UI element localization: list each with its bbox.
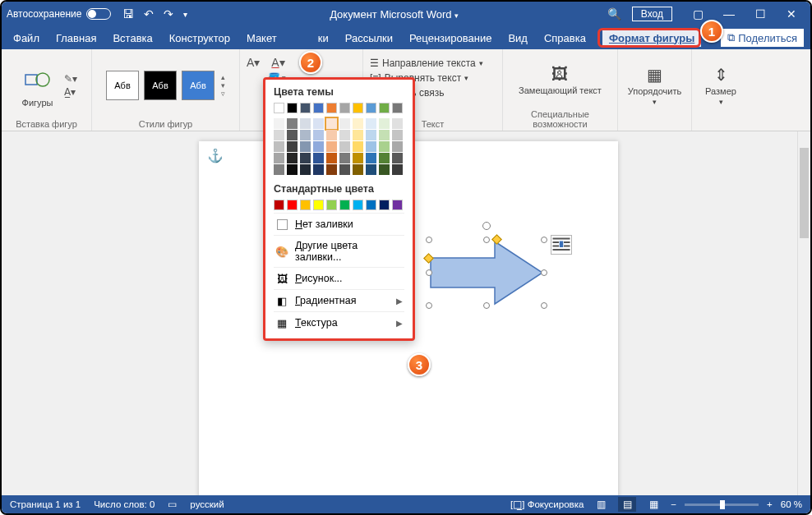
text-fill-icon[interactable]: A▾ [271,56,284,69]
zoom-in-button[interactable]: + [767,499,773,509]
color-swatch[interactable] [287,130,298,140]
color-swatch[interactable] [326,153,337,163]
color-swatch[interactable] [274,118,284,129]
color-swatch[interactable] [313,153,324,163]
color-swatch[interactable] [379,118,390,129]
picture-fill-item[interactable]: 🖼 Рисунок... [274,267,404,289]
save-icon[interactable]: 🖫 [122,7,134,21]
color-swatch[interactable] [392,164,403,175]
color-swatch[interactable] [366,141,376,152]
login-button[interactable]: Вход [632,7,672,21]
print-layout-icon[interactable]: ▤ [618,497,636,512]
proofing-icon[interactable]: ▭ [168,499,177,510]
color-swatch[interactable] [274,103,284,113]
page-status[interactable]: Страница 1 из 1 [10,499,81,509]
zoom-level[interactable]: 60 % [781,499,802,509]
color-swatch[interactable] [353,200,363,210]
color-swatch[interactable] [326,103,337,113]
color-swatch[interactable] [287,153,298,163]
color-swatch[interactable] [326,130,337,140]
color-swatch[interactable] [392,130,403,140]
color-swatch[interactable] [379,164,390,175]
resize-handle[interactable] [426,302,432,309]
share-button[interactable]: ⧉ Поделиться [721,29,804,47]
read-mode-icon[interactable]: ▥ [592,497,610,512]
tab-layout[interactable]: Макет [238,28,285,48]
color-swatch[interactable] [353,164,363,175]
tab-insert[interactable]: Вставка [104,28,160,48]
arrange-button[interactable]: ▦ Упорядочить ▾ [625,63,685,108]
minimize-icon[interactable]: — [715,7,743,21]
color-swatch[interactable] [326,141,337,152]
shape-style-2[interactable]: Абв [144,71,177,100]
color-swatch[interactable] [353,118,363,129]
style-more-icon[interactable]: ▿ [221,90,225,98]
undo-icon[interactable]: ↶ [144,7,154,21]
resize-handle[interactable] [426,269,432,276]
color-swatch[interactable] [353,130,363,140]
color-swatch[interactable] [366,153,376,163]
autosave-toggle[interactable]: Автосохранение [7,8,111,20]
no-fill-item[interactable]: Нет заливки [274,213,404,235]
layout-options-button[interactable] [551,235,572,255]
color-swatch[interactable] [274,141,284,152]
resize-handle[interactable] [541,269,547,276]
rotate-handle[interactable] [482,222,491,230]
ribbon-display-icon[interactable]: ▢ [684,7,712,21]
gradient-fill-item[interactable]: ◧ Градиентная ▶ [274,289,404,311]
tab-mailings[interactable]: Рассылки [337,28,401,48]
color-swatch[interactable] [313,130,324,140]
color-swatch[interactable] [274,153,284,163]
color-swatch[interactable] [366,103,376,113]
color-swatch[interactable] [366,200,376,210]
color-swatch[interactable] [392,103,403,113]
tab-file[interactable]: Файл [5,28,48,48]
color-swatch[interactable] [313,118,324,129]
color-swatch[interactable] [287,118,298,129]
color-swatch[interactable] [313,141,324,152]
color-swatch[interactable] [339,118,350,129]
color-swatch[interactable] [339,153,350,163]
color-swatch[interactable] [287,141,298,152]
color-swatch[interactable] [379,153,390,163]
maximize-icon[interactable]: ☐ [746,7,774,21]
color-swatch[interactable] [366,130,376,140]
shape-style-3[interactable]: Абв [182,71,215,100]
vertical-scrollbar[interactable] [797,131,810,495]
text-direction-button[interactable]: ☰Направление текста ▾ [370,57,483,69]
tab-design[interactable]: Конструктор [161,28,238,48]
color-swatch[interactable] [300,153,311,163]
more-colors-item[interactable]: 🎨 Другие цвета заливки... [274,235,404,267]
color-swatch[interactable] [326,164,337,175]
tab-references[interactable] [285,34,318,42]
zoom-slider[interactable] [685,504,759,506]
color-swatch[interactable] [392,153,403,163]
size-button[interactable]: ⇕ Размер ▾ [702,63,740,108]
tab-review[interactable]: Рецензирование [401,28,500,48]
search-icon[interactable]: 🔍 [601,7,629,21]
color-swatch[interactable] [300,200,311,210]
color-swatch[interactable] [392,200,403,210]
wordart-quick-icon[interactable]: A▾ [247,56,260,69]
color-swatch[interactable] [300,118,311,129]
resize-handle[interactable] [483,237,490,243]
color-swatch[interactable] [339,141,350,152]
edit-shape-icon[interactable]: ✎▾ [64,73,77,85]
arrow-shape-selected[interactable] [429,240,544,306]
text-box-icon[interactable]: A̲▾ [64,86,77,98]
color-swatch[interactable] [339,200,350,210]
color-swatch[interactable] [379,130,390,140]
color-swatch[interactable] [274,130,284,140]
color-swatch[interactable] [339,103,350,113]
color-swatch[interactable] [339,164,350,175]
color-swatch[interactable] [300,141,311,152]
style-scroll-up-icon[interactable]: ▴ [221,73,225,81]
zoom-out-button[interactable]: − [671,499,676,509]
redo-icon[interactable]: ↷ [164,7,173,21]
tab-shape-format[interactable]: Формат фигуры [601,28,703,48]
toggle-switch-icon[interactable] [86,8,111,20]
color-swatch[interactable] [392,141,403,152]
style-scroll-down-icon[interactable]: ▾ [221,81,225,90]
resize-handle[interactable] [541,237,547,243]
color-swatch[interactable] [379,103,390,113]
